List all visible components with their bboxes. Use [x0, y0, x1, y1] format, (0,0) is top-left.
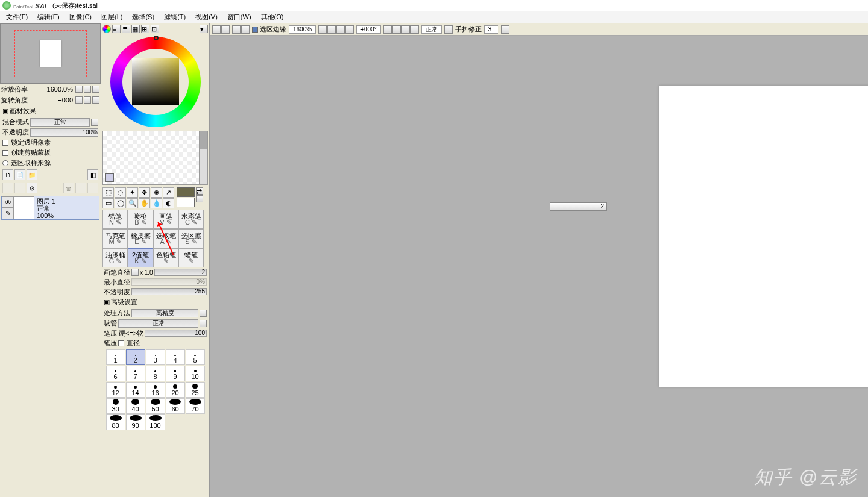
size-preset-90[interactable]: 90 — [126, 414, 145, 430]
tb-zoom-in[interactable] — [327, 25, 336, 34]
zoom-reset-button[interactable] — [92, 86, 99, 93]
size-preset-8[interactable]: 8 — [146, 366, 165, 381]
color-wheel[interactable] — [101, 34, 209, 130]
diameter-checkbox[interactable] — [118, 340, 124, 346]
brush-喷枪[interactable]: 喷枪B ✎ — [128, 210, 153, 229]
brush-2值笔[interactable]: 2值笔K ✎ — [128, 248, 153, 267]
size-preset-9[interactable]: 9 — [166, 366, 185, 381]
fg-color-swatch[interactable] — [177, 187, 195, 197]
color-panel-dropdown-icon[interactable]: ▾ — [200, 25, 208, 33]
flip-tool[interactable]: ◐ — [163, 198, 174, 208]
method-select[interactable]: 高精度 — [131, 309, 198, 317]
brush-size-slider[interactable]: 2 — [154, 269, 207, 276]
effects-header[interactable]: ▣画材效果 — [0, 105, 101, 117]
size-preset-80[interactable]: 80 — [106, 414, 125, 430]
size-preset-10[interactable]: 10 — [186, 366, 205, 381]
undo-button[interactable] — [212, 25, 221, 34]
canvas-viewport[interactable]: 2 知乎 @云影 — [210, 36, 868, 497]
zoom-tool[interactable]: ⊕ — [151, 187, 162, 198]
size-preset-2[interactable]: 2 — [126, 349, 145, 365]
scratchpad-icon[interactable]: ⊡ — [151, 25, 159, 33]
size-preset-25[interactable]: 25 — [186, 382, 205, 398]
new-layer-icon[interactable]: 🗋 — [2, 169, 13, 180]
tb-zoom-fit[interactable] — [336, 25, 345, 34]
brush-opacity-slider[interactable]: 255 — [131, 288, 207, 295]
tb-rot-ccw[interactable] — [383, 25, 392, 34]
size-preset-4[interactable]: 4 — [166, 349, 185, 365]
redo-button[interactable] — [221, 25, 230, 34]
menu-select[interactable]: 选择(S) — [127, 11, 159, 23]
magnify-tool[interactable]: 🔍 — [127, 198, 138, 208]
scratch-scrollbar[interactable] — [199, 131, 207, 184]
rgb-slider-icon[interactable]: ≡ — [112, 25, 121, 33]
pressure-slider[interactable]: 100 — [145, 330, 207, 337]
size-preset-14[interactable]: 14 — [126, 382, 145, 398]
swatch-icon[interactable]: ⊞ — [141, 25, 149, 33]
tb-rot-reset[interactable] — [401, 25, 410, 34]
hand-tool[interactable]: ✋ — [139, 198, 150, 208]
merge-down-icon[interactable] — [2, 183, 13, 193]
menu-view[interactable]: 视图(V) — [190, 11, 222, 23]
mask-icon[interactable]: ◧ — [87, 169, 98, 180]
delete-layer-icon[interactable]: 🗑 — [63, 183, 74, 193]
brush-铅笔[interactable]: 铅笔N ✎ — [102, 210, 128, 229]
pipette-dropdown-icon[interactable] — [200, 320, 207, 327]
size-stepper[interactable] — [131, 269, 139, 276]
size-preset-70[interactable]: 70 — [186, 398, 205, 414]
size-preset-20[interactable]: 20 — [166, 382, 185, 398]
menu-filter[interactable]: 滤镜(T) — [159, 11, 190, 23]
pipette-select[interactable]: 正常 — [118, 319, 198, 328]
zoom-out-button[interactable] — [75, 86, 83, 93]
move-tool[interactable]: ✥ — [139, 187, 150, 198]
tb-rot-cw[interactable] — [392, 25, 401, 34]
size-preset-40[interactable]: 40 — [126, 398, 145, 414]
menu-other[interactable]: 其他(O) — [256, 11, 289, 23]
lasso-tool[interactable]: ◌ — [115, 187, 126, 198]
zoom-field[interactable]: 1600% — [289, 25, 316, 34]
menu-window[interactable]: 窗口(W) — [222, 11, 256, 23]
deselect-button[interactable] — [232, 25, 241, 34]
size-preset-30[interactable]: 30 — [106, 398, 125, 414]
color-wheel-icon[interactable] — [102, 25, 111, 33]
size-preset-50[interactable]: 50 — [146, 398, 165, 414]
size-preset-12[interactable]: 12 — [106, 382, 125, 398]
navigator[interactable] — [0, 23, 101, 84]
size-preset-60[interactable]: 60 — [166, 398, 185, 414]
brush-蜡笔[interactable]: 蜡笔 ✎ — [178, 248, 204, 267]
brush-马克笔[interactable]: 马克笔M ✎ — [102, 229, 128, 248]
tb-flip[interactable] — [410, 25, 419, 34]
reset-colors-icon[interactable] — [196, 195, 203, 202]
layer-up-icon[interactable] — [87, 183, 98, 193]
brush-油漆桶[interactable]: 油漆桶G ✎ — [102, 248, 128, 267]
size-preset-1[interactable]: 1 — [106, 349, 125, 365]
color-picker-tool[interactable]: 💧 — [151, 198, 162, 208]
canvas-mode-dropdown[interactable] — [444, 25, 453, 34]
stabilizer-dropdown[interactable] — [501, 25, 509, 34]
tb-zoom-out[interactable] — [318, 25, 327, 34]
size-preset-16[interactable]: 16 — [146, 382, 165, 398]
rotation-field[interactable]: +000° — [356, 25, 381, 34]
rect-tool[interactable]: ▭ — [102, 198, 114, 208]
scratchpad[interactable] — [102, 131, 208, 185]
new-linework-icon[interactable]: 📄 — [14, 169, 25, 180]
blend-mode-select[interactable]: 正常 — [30, 118, 90, 127]
layer-item[interactable]: 👁 ✎ 图层 1 正常 100% — [1, 196, 99, 220]
swap-colors-icon[interactable]: ⇄ — [196, 187, 203, 195]
menu-image[interactable]: 图像(C) — [64, 11, 96, 23]
size-preset-7[interactable]: 7 — [126, 366, 145, 381]
size-preset-100[interactable]: 100 — [146, 414, 165, 430]
clip-mask-checkbox[interactable] — [2, 150, 8, 156]
advanced-header[interactable]: ▣高级设置 — [101, 296, 209, 308]
visibility-icon[interactable]: 👁 — [2, 196, 14, 208]
ellipse-tool[interactable]: ◯ — [115, 198, 126, 208]
tb-zoom-actual[interactable] — [345, 25, 354, 34]
blend-dropdown-icon[interactable] — [91, 119, 98, 126]
canvas-mode-field[interactable]: 正常 — [421, 25, 442, 34]
sel-source-checkbox[interactable] — [2, 160, 8, 166]
rotate-cw-button[interactable] — [84, 96, 91, 104]
brush-水彩笔[interactable]: 水彩笔C ✎ — [178, 210, 204, 229]
layer-opacity-slider[interactable]: 100% — [30, 128, 98, 137]
size-preset-3[interactable]: 3 — [146, 349, 165, 365]
magic-wand-tool[interactable]: ✦ — [127, 187, 138, 198]
min-size-slider[interactable]: 0% — [131, 278, 207, 286]
